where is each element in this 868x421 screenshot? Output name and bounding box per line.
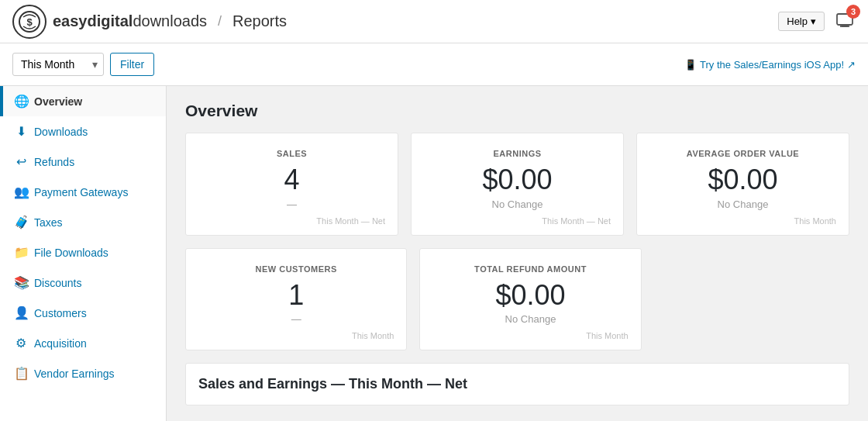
refunds-icon: ↩ xyxy=(14,154,28,169)
overview-icon: 🌐 xyxy=(14,94,28,109)
main-content: Overview SALES 4 — This Month — Net EARN… xyxy=(167,86,868,421)
sidebar-item-taxes[interactable]: 🧳 Taxes xyxy=(0,207,166,237)
stat-card-earnings: EARNINGS $0.00 No Change This Month — Ne… xyxy=(411,133,624,236)
stat-label-avg-order: AVERAGE ORDER VALUE xyxy=(649,149,836,158)
brand-name: easydigitaldownloads xyxy=(53,12,207,30)
stat-footer-total-refund: This Month xyxy=(432,325,628,340)
downloads-icon: ⬇ xyxy=(14,124,28,139)
overview-title: Overview xyxy=(185,102,849,120)
stat-footer-new-customers: This Month xyxy=(198,325,394,340)
stat-label-earnings: EARNINGS xyxy=(424,149,611,158)
stat-card-avg-order: AVERAGE ORDER VALUE $0.00 No Change This… xyxy=(636,133,849,236)
discounts-icon: 📚 xyxy=(14,275,28,290)
stat-footer-earnings: This Month — Net xyxy=(424,210,611,226)
stat-label-total-refund: TOTAL REFUND AMOUNT xyxy=(432,264,628,274)
taxes-icon: 🧳 xyxy=(14,215,28,229)
svg-rect-3 xyxy=(842,25,848,27)
period-select[interactable]: This Month Last Month This Quarter This … xyxy=(12,53,104,76)
chart-title: Sales and Earnings — This Month — Net xyxy=(198,376,836,392)
sidebar-item-downloads[interactable]: ⬇ Downloads xyxy=(0,116,166,147)
stats-row-2-spacer xyxy=(654,248,849,351)
stat-value-total-refund: $0.00 xyxy=(432,280,628,311)
notification-badge: 3 xyxy=(846,5,860,19)
top-bar-right: Help ▾ 3 xyxy=(778,9,856,33)
customers-icon: 👤 xyxy=(14,305,28,320)
stat-label-new-customers: NEW CUSTOMERS xyxy=(198,264,394,274)
sidebar-item-payment-gateways[interactable]: 👥 Payment Gateways xyxy=(0,177,166,207)
sidebar-label-overview: Overview xyxy=(34,95,82,108)
sidebar-label-payment-gateways: Payment Gateways xyxy=(34,186,128,198)
chart-area: Sales and Earnings — This Month — Net xyxy=(185,363,849,405)
stat-card-sales: SALES 4 — This Month — Net xyxy=(185,133,398,236)
stat-sub-avg-order: No Change xyxy=(649,198,836,210)
file-downloads-icon: 📁 xyxy=(14,245,28,260)
sidebar-label-taxes: Taxes xyxy=(34,216,63,229)
vendor-earnings-icon: 📋 xyxy=(14,366,28,381)
separator: / xyxy=(218,13,222,29)
acquisition-icon: ⚙ xyxy=(14,336,28,350)
stat-sub-new-customers: — xyxy=(198,313,394,325)
stat-sub-sales: — xyxy=(198,198,385,210)
filter-bar-left: This Month Last Month This Quarter This … xyxy=(12,53,154,76)
ios-link-text: Try the Sales/Earnings iOS App! xyxy=(700,59,844,71)
page-title-header: Reports xyxy=(232,12,287,30)
stat-sub-total-refund: No Change xyxy=(432,313,628,325)
svg-text:$: $ xyxy=(26,16,33,28)
sidebar-label-customers: Customers xyxy=(34,307,87,319)
notification-button[interactable]: 3 xyxy=(834,9,856,33)
stat-sub-earnings: No Change xyxy=(424,198,611,210)
page-body: 🌐 Overview ⬇ Downloads ↩ Refunds 👥 Payme… xyxy=(0,86,868,421)
phone-icon: 📱 xyxy=(684,59,697,71)
sidebar-label-downloads: Downloads xyxy=(34,126,88,138)
sidebar-label-vendor-earnings: Vendor Earnings xyxy=(34,368,115,380)
sidebar-label-discounts: Discounts xyxy=(34,277,81,289)
filter-bar: This Month Last Month This Quarter This … xyxy=(0,43,868,86)
sidebar-label-file-downloads: File Downloads xyxy=(34,247,108,259)
sidebar-item-vendor-earnings[interactable]: 📋 Vendor Earnings xyxy=(0,358,166,388)
sidebar-item-discounts[interactable]: 📚 Discounts xyxy=(0,267,166,298)
stat-value-avg-order: $0.00 xyxy=(649,164,836,195)
stats-row-1: SALES 4 — This Month — Net EARNINGS $0.0… xyxy=(185,133,849,236)
top-bar: $ easydigitaldownloads / Reports Help ▾ … xyxy=(0,0,868,43)
sidebar-item-overview[interactable]: 🌐 Overview xyxy=(0,86,166,116)
sidebar: 🌐 Overview ⬇ Downloads ↩ Refunds 👥 Payme… xyxy=(0,86,167,421)
payment-gateways-icon: 👥 xyxy=(14,185,28,199)
sidebar-item-customers[interactable]: 👤 Customers xyxy=(0,298,166,328)
sidebar-label-acquisition: Acquisition xyxy=(34,337,87,350)
stat-footer-avg-order: This Month xyxy=(649,210,836,226)
filter-button[interactable]: Filter xyxy=(110,53,154,76)
stat-footer-sales: This Month — Net xyxy=(198,210,385,226)
external-link-icon: ↗ xyxy=(847,59,856,71)
chevron-down-icon: ▾ xyxy=(811,16,816,27)
stat-card-new-customers: NEW CUSTOMERS 1 — This Month xyxy=(185,248,407,351)
help-button[interactable]: Help ▾ xyxy=(778,12,825,31)
stat-label-sales: SALES xyxy=(198,149,385,158)
stat-card-total-refund: TOTAL REFUND AMOUNT $0.00 No Change This… xyxy=(419,248,641,351)
sidebar-item-acquisition[interactable]: ⚙ Acquisition xyxy=(0,328,166,358)
stats-row-2: NEW CUSTOMERS 1 — This Month TOTAL REFUN… xyxy=(185,248,849,351)
logo: $ xyxy=(12,5,46,39)
stat-value-new-customers: 1 xyxy=(198,280,394,311)
ios-app-link[interactable]: 📱 Try the Sales/Earnings iOS App! ↗ xyxy=(684,59,856,71)
sidebar-item-refunds[interactable]: ↩ Refunds xyxy=(0,147,166,177)
brand-area: $ easydigitaldownloads / Reports xyxy=(12,5,287,39)
stat-value-earnings: $0.00 xyxy=(424,164,611,195)
period-select-wrap: This Month Last Month This Quarter This … xyxy=(12,53,104,76)
sidebar-label-refunds: Refunds xyxy=(34,156,74,168)
sidebar-item-file-downloads[interactable]: 📁 File Downloads xyxy=(0,237,166,267)
stat-value-sales: 4 xyxy=(198,164,385,195)
